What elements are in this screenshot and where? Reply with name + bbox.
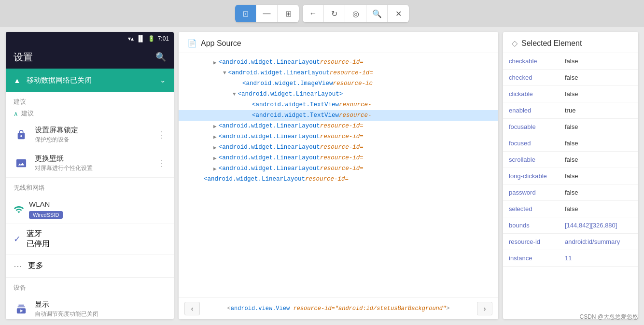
menu-row-screen-lock[interactable]: 设置屏幕锁定 保护您的设备 ⋮ (6, 121, 174, 149)
xml-row[interactable]: ▶ <android.widget.LinearLayout resource-… (179, 121, 498, 131)
main-area: ▾▴ ▐▌ 🔋 7:01 设置 🔍 ▲ 移动数据网络已关闭 ⌄ 建议 ∧ 建议 (0, 27, 644, 325)
wlan-title: WLAN (29, 200, 63, 208)
xml-row[interactable]: ▶ <android.widget.LinearLayout resource-… (179, 142, 498, 153)
wlan-badge: WiredSSID (29, 211, 63, 219)
eye-btn[interactable]: ◎ (345, 5, 366, 22)
xml-tag: <android.widget.LinearLayout (228, 70, 330, 76)
wlan-section[interactable]: WLAN WiredSSID (6, 195, 174, 224)
attr-val: false (561, 153, 638, 166)
xml-tag: <android.widget.LinearLayout (219, 144, 320, 151)
xml-attr: resource-id= (320, 144, 364, 151)
xml-attr: resource-id= (320, 59, 364, 66)
toggle-icon[interactable]: ▶ (213, 123, 217, 129)
bt-row[interactable]: ✓ 蓝牙 已停用 (6, 224, 174, 254)
screen-lock-more-icon: ⋮ (157, 129, 166, 140)
device-page-title: 设置 (14, 51, 33, 64)
attr-key: selected (503, 202, 561, 215)
xml-attr: resource-id= (320, 123, 364, 129)
xml-row[interactable]: <android.widget.TextView resource- (179, 99, 498, 110)
toggle-icon[interactable]: ▶ (213, 134, 217, 140)
attr-val: android:id/summary (561, 235, 638, 248)
attr-row-focused: focused false (503, 135, 638, 152)
app-source-title: App Source (201, 39, 241, 48)
attr-row-long-clickable: long-clickable false (503, 168, 638, 184)
selected-element-icon: ◇ (512, 39, 518, 48)
xml-attr: resource-id= (320, 133, 364, 140)
section-network: 无线和网络 (6, 178, 174, 195)
xml-tag: <android.widget.LinearLayout (219, 155, 320, 161)
more-row[interactable]: ⋯ 更多 (6, 254, 174, 278)
xml-row[interactable]: ▶ <android.widget.LinearLayout resource-… (179, 57, 498, 68)
attr-row-scrollable: scrollable false (503, 152, 638, 168)
xml-attr: resource-id= (305, 176, 349, 183)
attr-row-clickable: clickable false (503, 86, 638, 102)
bt-title: 蓝牙 (27, 229, 50, 239)
section-suggestions-label: 建议 (21, 109, 34, 118)
active-item-arrow: ⌄ (160, 76, 166, 85)
expand-icon: ∧ (14, 110, 18, 117)
menu-row-wallpaper[interactable]: 更换壁纸 对屏幕进行个性化设置 ⋮ (6, 149, 174, 178)
section-expand-icon: ∧ 建议 (6, 109, 174, 121)
toggle-icon[interactable]: ▶ (213, 59, 217, 66)
attr-key: checked (503, 71, 561, 84)
xml-row[interactable]: <android.widget.ImageView resource-ic (179, 78, 498, 89)
app-source-header: 📄 App Source (179, 32, 498, 53)
search-toolbar-btn[interactable]: 🔍 (366, 5, 388, 22)
wallpaper-icon (14, 155, 29, 171)
attr-key: focused (503, 137, 561, 150)
xml-row[interactable]: ▶ <android.widget.LinearLayout resource-… (179, 131, 498, 142)
screenshot-btn[interactable]: ⊡ (235, 5, 256, 22)
attr-key: enabled (503, 104, 561, 117)
toolbar-group-1: ⊡ — ⊞ (235, 5, 299, 22)
app-source-panel: 📄 App Source ▶ <android.widget.LinearLay… (179, 32, 498, 319)
device-panel: ▾▴ ▐▌ 🔋 7:01 设置 🔍 ▲ 移动数据网络已关闭 ⌄ 建议 ∧ 建议 (6, 32, 174, 319)
toggle-icon[interactable]: ▼ (223, 70, 226, 76)
menu-row-display[interactable]: 显示 自动调节亮度功能已关闭 (6, 295, 174, 319)
attr-val: false (561, 202, 638, 215)
attr-key: clickable (503, 87, 561, 100)
wallpaper-more-icon: ⋮ (157, 158, 166, 169)
xml-row[interactable]: ▼ <android.widget.LinearLayout resource-… (179, 68, 498, 78)
xml-row[interactable]: ▼ <android.widget.LinearLayout> (179, 89, 498, 99)
device-search-icon[interactable]: 🔍 (155, 52, 166, 62)
toggle-icon[interactable]: ▶ (213, 166, 217, 172)
wallpaper-text: 更换壁纸 对屏幕进行个性化设置 (35, 154, 157, 172)
xml-row[interactable]: ▶ <android.widget.LinearLayout resource-… (179, 153, 498, 163)
display-subtitle: 自动调节亮度功能已关闭 (35, 310, 166, 318)
attr-val: 11 (561, 252, 638, 265)
next-btn[interactable]: › (477, 302, 492, 315)
xml-tag: <android.widget.LinearLayout (219, 123, 320, 129)
wifi-status-icon: ▾▴ (128, 35, 134, 42)
attr-key: resource-id (503, 235, 561, 248)
prev-btn[interactable]: ‹ (184, 302, 200, 315)
app-source-icon: 📄 (187, 39, 197, 48)
xml-attr: resource-ic (333, 80, 373, 87)
back-btn[interactable]: ← (303, 5, 324, 22)
wlan-icon (14, 204, 24, 215)
xml-attr: resource-id= (330, 70, 373, 76)
xml-row[interactable]: <android.widget.LinearLayout resource-id… (179, 174, 498, 184)
lock-icon (14, 127, 29, 142)
close-toolbar-btn[interactable]: ✕ (388, 5, 409, 22)
attr-table: checkable false checked false clickable … (503, 53, 638, 319)
refresh-btn[interactable]: ↻ (324, 5, 345, 22)
attr-row-enabled: enabled true (503, 102, 638, 119)
toggle-icon[interactable]: ▶ (213, 155, 217, 161)
toggle-icon[interactable]: ▼ (233, 91, 236, 97)
minus-btn[interactable]: — (256, 5, 278, 22)
xml-row[interactable]: ▶ <android.widget.LinearLayout resource-… (179, 163, 498, 174)
toggle-icon[interactable]: ▶ (213, 144, 217, 151)
status-time: 7:01 (158, 35, 169, 42)
xml-attr: resource-id= (320, 155, 364, 161)
attr-row-resource-id: resource-id android:id/summary (503, 234, 638, 250)
selected-element-header: ◇ Selected Element (503, 32, 638, 53)
attr-key: bounds (503, 219, 561, 232)
grid-btn[interactable]: ⊞ (278, 5, 299, 22)
xml-tree[interactable]: ▶ <android.widget.LinearLayout resource-… (179, 53, 498, 297)
active-menu-item[interactable]: ▲ 移动数据网络已关闭 ⌄ (6, 69, 174, 92)
attr-key: password (503, 186, 561, 199)
xml-tag: <android.widget.LinearLayout (204, 176, 305, 183)
section-device: 设备 (6, 278, 174, 295)
wlan-text: WLAN WiredSSID (29, 200, 63, 219)
xml-row-highlighted[interactable]: <android.widget.TextView resource- (179, 110, 498, 121)
